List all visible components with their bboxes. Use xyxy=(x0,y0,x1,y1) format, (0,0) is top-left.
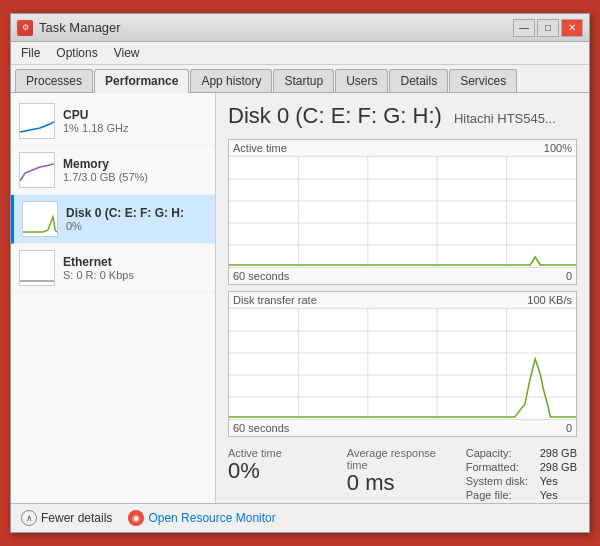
memory-graph-icon xyxy=(19,152,55,188)
tab-users[interactable]: Users xyxy=(335,69,388,92)
info-capacity-key: Capacity: xyxy=(466,447,536,459)
sidebar: CPU 1% 1.18 GHz Memory 1.7/3.0 GB (57%) xyxy=(11,93,216,503)
chart2-label: Disk transfer rate xyxy=(233,294,317,306)
memory-value: 1.7/3.0 GB (57%) xyxy=(63,171,207,183)
window-title: Task Manager xyxy=(39,20,121,35)
chart2-header: Disk transfer rate 100 KB/s xyxy=(229,292,576,309)
cpu-value: 1% 1.18 GHz xyxy=(63,122,207,134)
info-system-disk-val: Yes xyxy=(540,475,558,487)
chart1-footer: 60 seconds 0 xyxy=(229,267,576,284)
chart1-header: Active time 100% xyxy=(229,140,576,157)
main-panel: Disk 0 (C: E: F: G: H:) Hitachi HTS545..… xyxy=(216,93,589,503)
chart2-footer: 60 seconds 0 xyxy=(229,419,576,436)
transfer-rate-chart: Disk transfer rate 100 KB/s xyxy=(228,291,577,437)
ethernet-graph-icon xyxy=(19,250,55,286)
menu-bar: File Options View xyxy=(11,42,589,65)
cpu-label: CPU xyxy=(63,108,207,122)
sidebar-item-cpu[interactable]: CPU 1% 1.18 GHz xyxy=(11,97,215,146)
disk-model: Hitachi HTS545... xyxy=(454,111,556,126)
disk0-label: Disk 0 (C: E: F: G: H: xyxy=(66,206,207,220)
tab-performance[interactable]: Performance xyxy=(94,69,189,93)
chart1-bottom-right: 0 xyxy=(566,270,572,282)
chart1-right: 100% xyxy=(544,142,572,154)
title-bar-left: ⚙ Task Manager xyxy=(17,20,121,36)
task-manager-window: ⚙ Task Manager — □ ✕ File Options View P… xyxy=(10,13,590,533)
fewer-details-button[interactable]: ∧ Fewer details xyxy=(21,510,112,526)
disk-title: Disk 0 (C: E: F: G: H:) xyxy=(228,103,442,129)
cpu-graph-icon xyxy=(19,103,55,139)
info-formatted: Formatted: 298 GB xyxy=(466,461,577,473)
memory-label: Memory xyxy=(63,157,207,171)
tabs-bar: Processes Performance App history Startu… xyxy=(11,65,589,93)
info-page-file-key: Page file: xyxy=(466,489,536,501)
active-time-chart: Active time 100% xyxy=(228,139,577,285)
tab-processes[interactable]: Processes xyxy=(15,69,93,92)
avg-response-stat-label: Average response time xyxy=(347,447,450,471)
info-capacity: Capacity: 298 GB xyxy=(466,447,577,459)
svg-rect-0 xyxy=(20,104,54,138)
window-controls: — □ ✕ xyxy=(513,19,583,37)
minimize-button[interactable]: — xyxy=(513,19,535,37)
svg-rect-1 xyxy=(20,153,54,187)
fewer-details-label: Fewer details xyxy=(41,511,112,525)
menu-file[interactable]: File xyxy=(15,44,46,62)
ethernet-info: Ethernet S: 0 R: 0 Kbps xyxy=(63,255,207,281)
svg-rect-3 xyxy=(20,251,54,285)
chart2-bottom-left: 60 seconds xyxy=(233,422,289,434)
chart1-bottom-left: 60 seconds xyxy=(233,270,289,282)
open-monitor-label: Open Resource Monitor xyxy=(148,511,275,525)
info-system-disk: System disk: Yes xyxy=(466,475,577,487)
title-bar: ⚙ Task Manager — □ ✕ xyxy=(11,14,589,42)
avg-response-stat-value: 0 ms xyxy=(347,471,450,495)
tab-details[interactable]: Details xyxy=(389,69,448,92)
info-capacity-val: 298 GB xyxy=(540,447,577,459)
tab-startup[interactable]: Startup xyxy=(273,69,334,92)
maximize-button[interactable]: □ xyxy=(537,19,559,37)
content-area: CPU 1% 1.18 GHz Memory 1.7/3.0 GB (57%) xyxy=(11,93,589,503)
bottom-bar: ∧ Fewer details ◉ Open Resource Monitor xyxy=(11,503,589,532)
info-page-file-val: Yes xyxy=(540,489,558,501)
close-button[interactable]: ✕ xyxy=(561,19,583,37)
svg-rect-13 xyxy=(229,309,576,419)
main-header: Disk 0 (C: E: F: G: H:) Hitachi HTS545..… xyxy=(228,103,577,129)
menu-view[interactable]: View xyxy=(108,44,146,62)
chart2-right: 100 KB/s xyxy=(527,294,572,306)
tab-services[interactable]: Services xyxy=(449,69,517,92)
info-formatted-val: 298 GB xyxy=(540,461,577,473)
active-time-stat: Active time 0% xyxy=(228,447,331,495)
sidebar-item-ethernet[interactable]: Ethernet S: 0 R: 0 Kbps xyxy=(11,244,215,293)
avg-response-stat: Average response time 0 ms xyxy=(347,447,450,495)
svg-rect-4 xyxy=(229,157,576,267)
disk0-info: Disk 0 (C: E: F: G: H: 0% xyxy=(66,206,207,232)
chart2-area xyxy=(229,309,576,419)
info-formatted-key: Formatted: xyxy=(466,461,536,473)
memory-info: Memory 1.7/3.0 GB (57%) xyxy=(63,157,207,183)
tab-app-history[interactable]: App history xyxy=(190,69,272,92)
chevron-up-icon: ∧ xyxy=(21,510,37,526)
menu-options[interactable]: Options xyxy=(50,44,103,62)
sidebar-item-disk0[interactable]: Disk 0 (C: E: F: G: H: 0% xyxy=(11,195,215,244)
app-icon: ⚙ xyxy=(17,20,33,36)
ethernet-value: S: 0 R: 0 Kbps xyxy=(63,269,207,281)
disk0-value: 0% xyxy=(66,220,207,232)
info-system-disk-key: System disk: xyxy=(466,475,536,487)
chart1-label: Active time xyxy=(233,142,287,154)
disk-graph-icon xyxy=(22,201,58,237)
ethernet-label: Ethernet xyxy=(63,255,207,269)
sidebar-item-memory[interactable]: Memory 1.7/3.0 GB (57%) xyxy=(11,146,215,195)
disk-info-panel: Capacity: 298 GB Formatted: 298 GB Syste… xyxy=(466,447,577,501)
open-resource-monitor-button[interactable]: ◉ Open Resource Monitor xyxy=(128,510,275,526)
info-page-file: Page file: Yes xyxy=(466,489,577,501)
cpu-info: CPU 1% 1.18 GHz xyxy=(63,108,207,134)
resource-monitor-icon: ◉ xyxy=(128,510,144,526)
chart2-bottom-right: 0 xyxy=(566,422,572,434)
chart1-area xyxy=(229,157,576,267)
active-time-stat-value: 0% xyxy=(228,459,331,483)
